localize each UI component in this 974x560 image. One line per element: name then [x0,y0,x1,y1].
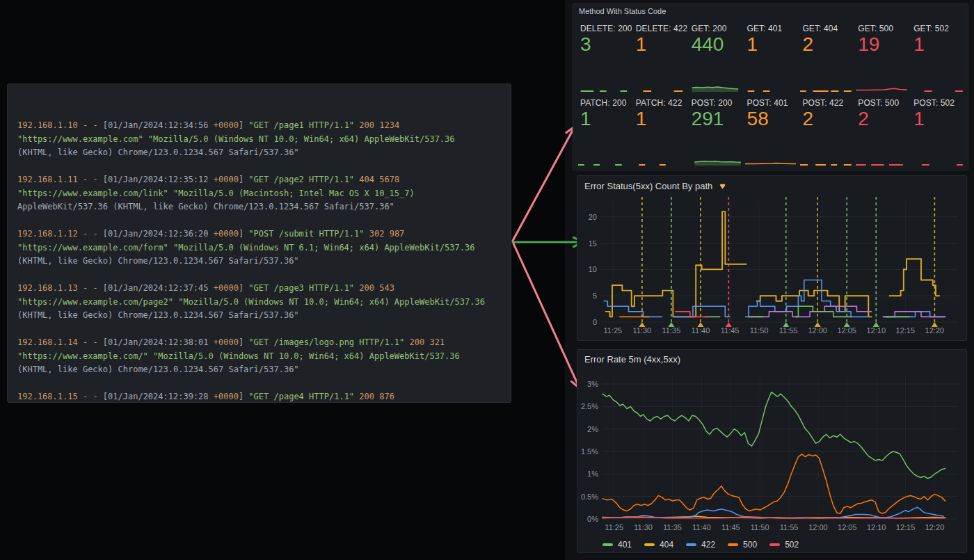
stat-cell: GET: 5021 [909,19,965,94]
legend-item-500[interactable]: 500 [728,540,757,550]
log-token: ] [239,283,248,293]
access-log-panel: 192.168.1.10 - - [01/Jan/2024:12:34:56 +… [7,83,511,403]
legend-item-422[interactable]: 422 [686,540,715,550]
legend-color-dash [644,543,655,546]
log-token: (KHTML, like Gecko) Chrome/123.0.1234.56… [17,365,299,374]
stat-sparkline [634,83,685,93]
annotation-marker[interactable] [697,322,703,327]
log-token: +0000 [214,229,239,239]
log-token: - - [78,392,103,401]
stat-sparkline [578,83,630,93]
log-entry: 192.168.1.13 - - [01/Jan/2024:12:37:45 +… [17,282,501,323]
svg-text:0: 0 [593,318,597,326]
log-token: ] [239,175,248,184]
svg-text:11:35: 11:35 [662,326,681,335]
stat-label: GET: 500 [858,24,907,33]
annotation-marker[interactable] [844,322,850,327]
series-line [602,392,945,479]
svg-text:12:00: 12:00 [808,523,828,531]
svg-text:12:05: 12:05 [837,326,856,335]
svg-text:11:25: 11:25 [603,326,622,335]
stat-grid: DELETE: 2003DELETE: 4221GET: 200440GET: … [576,19,965,168]
log-token: 200 321 [404,337,445,347]
svg-text:0%: 0% [587,515,598,523]
stat-value: 2 [802,109,851,129]
svg-text:5: 5 [593,291,597,300]
svg-text:11:30: 11:30 [634,523,653,531]
log-token: [01/Jan/2024:12:35:12 [103,175,214,184]
stat-value: 3 [580,34,629,54]
svg-text:10: 10 [589,265,597,273]
log-token: 192.168.1.11 [17,175,78,184]
error-rate-panel: Error Rate 5m (4xx,5xx) 0%0.5%1%1.5%2%2.… [577,349,967,553]
svg-text:12:10: 12:10 [867,523,886,531]
log-token: "https://www.example.com/link" "Mozilla/… [17,189,415,198]
legend-item-502[interactable]: 502 [769,540,799,550]
stat-sparkline [911,83,963,93]
legend-color-dash [602,543,613,546]
stat-label: GET: 401 [747,24,796,33]
panel-title-text: Error Status(5xx) Count By path [584,181,712,191]
stat-cell: GET: 4011 [743,19,799,94]
svg-text:12:15: 12:15 [896,523,916,531]
error-rate-chart: 0%0.5%1%1.5%2%2.5%3%11:2511:3011:3511:40… [577,367,965,536]
log-token: 200 1234 [354,120,399,130]
svg-text:1.5%: 1.5% [581,447,598,456]
log-entry: 192.168.1.15 - - [01/Jan/2024:12:39:28 +… [17,390,501,403]
svg-text:3%: 3% [587,380,598,388]
annotation-marker[interactable] [726,322,732,327]
stat-value: 291 [692,109,740,129]
annotation-marker[interactable] [668,322,674,327]
annotation-marker[interactable] [873,322,879,327]
annotation-marker[interactable] [932,322,938,327]
panel-title[interactable]: Method With Status Code [573,4,968,18]
log-token: "POST /submit HTTP/1.1" [248,229,364,239]
annotation-marker[interactable] [783,322,789,327]
svg-text:2.5%: 2.5% [581,402,598,410]
svg-text:11:30: 11:30 [633,326,652,335]
log-token: 192.168.1.12 [17,229,78,239]
stat-sparkline [745,157,797,166]
panel-title[interactable]: Error Status(5xx) Count By path♥ [577,176,966,193]
log-token: "GET /page4 HTTP/1.1" [248,392,354,401]
stat-sparkline [856,83,907,93]
svg-text:12:00: 12:00 [808,326,827,335]
stat-label: POST: 500 [858,98,907,108]
svg-text:11:25: 11:25 [605,523,623,531]
legend-item-401[interactable]: 401 [602,540,632,550]
stat-cell: POST: 200291 [687,94,743,168]
legend-item-404[interactable]: 404 [644,540,673,550]
log-token: 192.168.1.10 [17,120,78,130]
annotation-marker[interactable] [815,322,821,327]
stat-value: 58 [747,109,796,129]
heart-icon: ♥ [719,180,725,191]
log-token: 192.168.1.15 [17,392,78,401]
stat-cell: POST: 4222 [798,94,854,168]
stat-value: 1 [636,34,685,54]
stat-cell: DELETE: 4221 [632,19,687,94]
log-token: - - [78,337,103,347]
series-line [602,507,943,518]
stat-value: 1 [913,109,962,129]
svg-text:12:10: 12:10 [866,326,886,335]
panel-title[interactable]: Error Rate 5m (4xx,5xx) [577,350,966,366]
svg-text:11:45: 11:45 [721,523,740,531]
stat-value: 440 [692,34,740,54]
legend-label: 422 [701,540,715,550]
svg-text:11:40: 11:40 [692,326,710,335]
log-entry: 192.168.1.10 - - [01/Jan/2024:12:34:56 +… [17,119,501,160]
svg-text:12:05: 12:05 [838,523,857,531]
stat-sparkline [856,157,907,166]
log-token: +0000 [214,337,239,347]
series-line [890,259,940,296]
stat-label: POST: 200 [692,98,740,108]
log-token: (KHTML, like Gecko) Chrome/123.0.1234.56… [17,310,299,320]
stat-sparkline [634,157,685,166]
log-token: "GET /images/logo.png HTTP/1.1" [248,337,404,347]
stat-cell: POST: 5002 [854,94,909,168]
series-line [883,312,945,317]
stat-sparkline [578,157,630,166]
annotation-marker[interactable] [639,322,645,327]
stat-cell: GET: 200440 [687,19,743,94]
svg-text:12:20: 12:20 [925,523,945,531]
